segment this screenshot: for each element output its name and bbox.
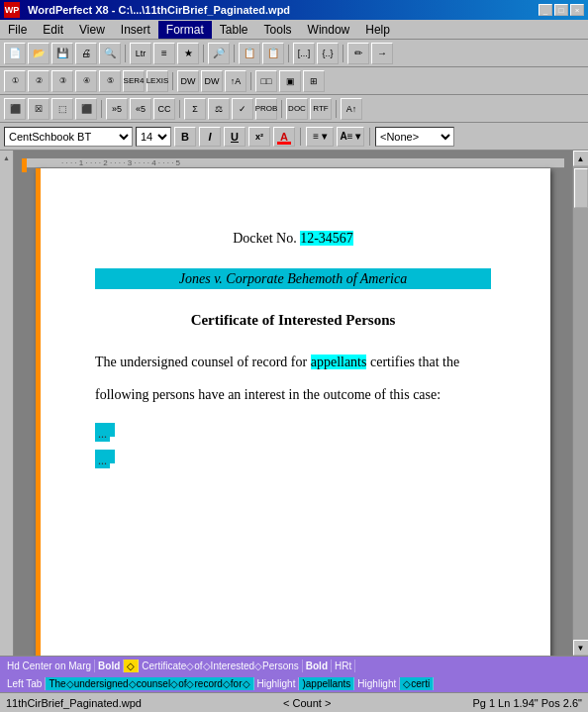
app-icon: WP	[4, 2, 20, 18]
tb3-doc[interactable]: DOC	[286, 98, 308, 120]
highlight-color-button[interactable]: A	[273, 127, 295, 147]
toolbar-3: ⬛ ☒ ⬚ ⬛ »5 «5 CC Σ ⚖ ✓ PROB DOC RTF A↑	[0, 95, 588, 123]
tb2-btn6[interactable]: SER4	[123, 70, 145, 92]
open-button[interactable]: 📂	[28, 43, 49, 64]
separator-4	[288, 45, 289, 62]
tb2-btn5[interactable]: ⑤	[99, 70, 121, 92]
copy-button[interactable]: 📋	[239, 43, 260, 64]
menu-view[interactable]: View	[71, 21, 113, 39]
scroll-track[interactable]	[573, 166, 588, 640]
save-button[interactable]: 💾	[51, 43, 73, 64]
close-button[interactable]: ×	[570, 4, 584, 16]
tb3-font[interactable]: A↑	[341, 98, 362, 120]
menu-format[interactable]: Format	[158, 21, 212, 39]
tb2-btn8[interactable]: DW	[177, 70, 199, 92]
menu-file[interactable]: File	[0, 21, 35, 39]
tb3-btn3[interactable]: ⬚	[51, 98, 73, 120]
new-button[interactable]: 📄	[4, 43, 26, 64]
restore-button[interactable]: □	[554, 4, 568, 16]
vertical-ruler: ▲	[0, 151, 14, 656]
tb3-btn4[interactable]: ⬛	[75, 98, 97, 120]
menu-insert[interactable]: Insert	[113, 21, 158, 39]
bracket2-button[interactable]: {..}	[317, 43, 339, 64]
paste-button[interactable]: 📋	[262, 43, 284, 64]
cert-title: Certificate of Interested Persons	[95, 309, 491, 332]
separator-6	[172, 72, 173, 90]
reveal-seg-bold1: Bold	[95, 660, 124, 672]
zoom-button[interactable]: 🔎	[208, 43, 230, 64]
tb2-btn9[interactable]: DW	[201, 70, 223, 92]
tb3-btn1[interactable]: ⬛	[4, 98, 26, 120]
tb3-check[interactable]: ✓	[232, 98, 253, 120]
scroll-up-button[interactable]: ▲	[573, 151, 589, 166]
minimize-button[interactable]: _	[539, 4, 552, 16]
tb2-btn12[interactable]: ▣	[279, 70, 301, 92]
vertical-scrollbar[interactable]: ▲ ▼	[572, 151, 588, 656]
separator-5	[343, 45, 343, 62]
tb2-btn3[interactable]: ③	[51, 70, 73, 92]
scroll-thumb[interactable]	[574, 168, 588, 208]
reveal-seg-diamond: ◇	[124, 660, 139, 672]
ltr-button[interactable]: Ltr	[130, 43, 151, 64]
menu-tools[interactable]: Tools	[256, 21, 300, 39]
tb2-btn4[interactable]: ④	[75, 70, 97, 92]
preview-button[interactable]: 🔍	[99, 43, 121, 64]
scroll-down-button[interactable]: ▼	[573, 640, 589, 656]
bracket-button[interactable]: [...]	[293, 43, 315, 64]
arrow-button[interactable]: →	[371, 43, 393, 64]
format-button[interactable]: ≡	[153, 43, 175, 64]
pen-button[interactable]: ✏	[347, 43, 369, 64]
menu-window[interactable]: Window	[300, 21, 358, 39]
indent-button[interactable]: A≡ ▾	[337, 127, 364, 147]
case-title-para: Jones v. Corporate Behemoth of America	[95, 268, 491, 289]
body-text-2: certifies that the	[366, 355, 459, 369]
tb3-sigma[interactable]: Σ	[184, 98, 206, 120]
page-area: · · · · 1 · · · · 2 · · · · 3 · · · · 4 …	[14, 151, 572, 656]
title-bar: WP WordPerfect X8 - C:\...\11thCirBrief_…	[0, 0, 588, 20]
tb2-btn7[interactable]: LEXIS	[147, 70, 168, 92]
italic-button[interactable]: I	[199, 127, 221, 147]
separator-11	[336, 100, 337, 118]
reveal-bar-2: Left Tab The◇undersigned◇counsel◇of◇reco…	[0, 674, 588, 692]
reveal-seg-cert: Certificate◇of◇Interested◇Persons	[139, 660, 303, 672]
tb2-btn13[interactable]: ⊞	[303, 70, 325, 92]
tb3-caps[interactable]: CC	[153, 98, 175, 120]
print-button[interactable]: 🖨	[75, 43, 97, 64]
tb3-prob[interactable]: PROB	[255, 98, 277, 120]
font-size-selector[interactable]: 14	[136, 127, 171, 147]
document-page: Docket No. 12-34567 Jones v. Corporate B…	[36, 168, 550, 656]
ellipsis-text-1: ...	[95, 426, 110, 442]
tb3-btn6[interactable]: «5	[130, 98, 151, 120]
tb2-btn10[interactable]: ↑A	[225, 70, 246, 92]
style-selector[interactable]: <None>	[375, 127, 454, 147]
case-title: Jones v. Corporate Behemoth of America	[95, 268, 491, 289]
appellants-highlight: appellants	[311, 355, 367, 369]
menu-table[interactable]: Table	[212, 21, 256, 39]
tb3-btn5[interactable]: »5	[106, 98, 128, 120]
font-selector[interactable]: CentSchbook BT	[4, 127, 133, 147]
bottom-section: Hd Center on Marg Bold ◇ Certificate◇of◇…	[0, 656, 588, 712]
menu-help[interactable]: Help	[357, 21, 398, 39]
bold-button[interactable]: B	[174, 127, 196, 147]
tb2-btn1[interactable]: ①	[4, 70, 26, 92]
status-filename: 11thCirBrief_Paginated.wpd	[6, 697, 142, 709]
align-button[interactable]: ≡ ▾	[306, 127, 334, 147]
horizontal-ruler: · · · · 1 · · · · 2 · · · · 3 · · · · 4 …	[22, 158, 564, 168]
separator-fmt2	[369, 128, 370, 146]
star-button[interactable]: ★	[177, 43, 199, 64]
document-content[interactable]: Docket No. 12-34567 Jones v. Corporate B…	[95, 228, 491, 470]
separator-9	[179, 100, 180, 118]
tb3-scales[interactable]: ⚖	[208, 98, 230, 120]
superscript-button[interactable]: x²	[248, 127, 270, 147]
body-text-1: The undersigned counsel of record for	[95, 355, 311, 369]
body-paragraph-2: following persons have an interest in th…	[95, 384, 491, 405]
tb3-btn2[interactable]: ☒	[28, 98, 49, 120]
underline-button[interactable]: U	[224, 127, 245, 147]
tb3-rtf[interactable]: RTF	[310, 98, 332, 120]
tb2-btn11[interactable]: □□	[255, 70, 277, 92]
document-area: ▲ · · · · 1 · · · · 2 · · · · 3 · · · · …	[0, 151, 588, 656]
window-controls[interactable]: _ □ ×	[539, 4, 584, 16]
status-position: Pg 1 Ln 1.94" Pos 2.6"	[472, 697, 582, 709]
tb2-btn2[interactable]: ②	[28, 70, 49, 92]
menu-edit[interactable]: Edit	[35, 21, 71, 39]
